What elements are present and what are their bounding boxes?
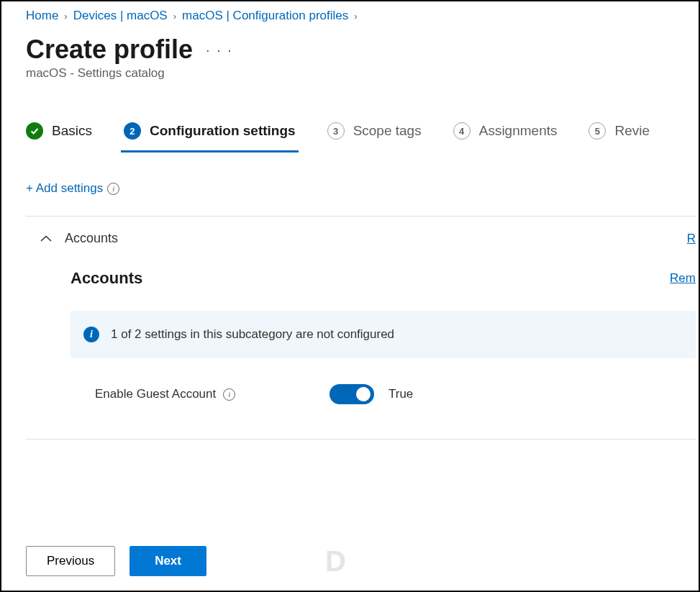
remove-subcategory-link[interactable]: Rem (670, 271, 696, 286)
breadcrumb: Home › Devices | macOS › macOS | Configu… (26, 9, 696, 23)
page-subtitle: macOS - Settings catalog (26, 66, 696, 81)
chevron-up-icon[interactable] (40, 232, 52, 245)
previous-button[interactable]: Previous (26, 546, 115, 576)
wizard-footer: Previous Next (26, 546, 206, 576)
add-settings-label: + Add settings (26, 181, 103, 196)
subcategory-title: Accounts (71, 269, 142, 288)
info-icon[interactable]: i (107, 183, 119, 195)
step-review[interactable]: 5 Revie (588, 122, 650, 140)
step-basics[interactable]: Basics (26, 122, 92, 140)
next-button[interactable]: Next (129, 546, 206, 576)
step-label: Configuration settings (150, 123, 296, 139)
info-icon[interactable]: i (223, 388, 235, 401)
step-configuration-settings[interactable]: 2 Configuration settings (124, 122, 296, 140)
step-number-icon: 4 (453, 122, 471, 140)
crumb-config-profiles[interactable]: macOS | Configuration profiles (182, 9, 348, 23)
watermark-logo: D (325, 545, 345, 578)
toggle-knob (356, 387, 371, 401)
step-number-icon: 5 (588, 122, 606, 140)
step-label: Revie (614, 123, 650, 139)
add-settings-link[interactable]: + Add settings i (26, 181, 696, 196)
step-scope-tags[interactable]: 3 Scope tags (327, 122, 422, 140)
divider (26, 439, 696, 440)
toggle-value-label: True (388, 387, 413, 401)
info-banner: i 1 of 2 settings in this subcategory ar… (71, 311, 696, 358)
chevron-right-icon: › (173, 11, 176, 22)
chevron-right-icon: › (354, 11, 357, 22)
more-actions-button[interactable]: · · · (206, 42, 233, 58)
step-assignments[interactable]: 4 Assignments (453, 122, 558, 140)
enable-guest-account-toggle[interactable] (329, 384, 374, 404)
step-label: Basics (52, 123, 92, 139)
chevron-right-icon: › (64, 11, 67, 22)
remove-category-link[interactable]: R (687, 232, 696, 246)
setting-label: Enable Guest Account (95, 387, 216, 401)
section-name: Accounts (65, 231, 118, 246)
step-label: Scope tags (353, 123, 422, 139)
setting-enable-guest-account: Enable Guest Account i True (71, 384, 696, 404)
step-number-icon: 2 (124, 122, 141, 140)
step-number-icon: 3 (327, 122, 345, 140)
check-icon (26, 122, 43, 140)
step-label: Assignments (479, 123, 558, 139)
crumb-home[interactable]: Home (26, 9, 58, 23)
info-icon: i (83, 327, 99, 342)
crumb-devices-macos[interactable]: Devices | macOS (73, 9, 168, 23)
info-banner-text: 1 of 2 settings in this subcategory are … (111, 327, 394, 342)
page-title: Create profile (26, 35, 193, 65)
wizard-steps: Basics 2 Configuration settings 3 Scope … (26, 122, 696, 140)
section-header-accounts[interactable]: Accounts R (26, 217, 696, 246)
